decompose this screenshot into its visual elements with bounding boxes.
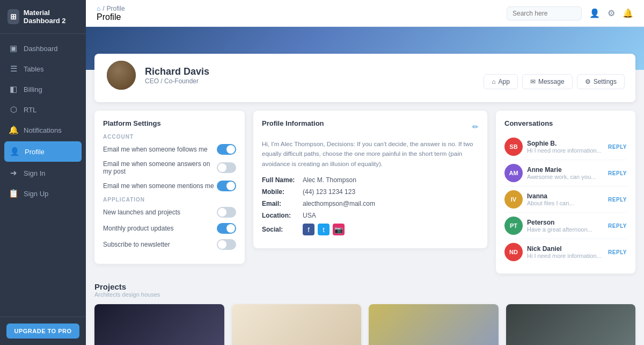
sidebar-item-billing[interactable]: ◧ Billing — [0, 79, 86, 99]
account-toggle-1[interactable] — [217, 162, 236, 173]
project-card-2[interactable]: Project #3 Minimalist — [369, 304, 499, 345]
content-area: Richard Davis CEO / Co-Founder ⌂ App ✉ M… — [86, 27, 644, 345]
gear-icon: ⚙ — [585, 78, 591, 85]
convo-body-0: Sophie B. Hi I need more information... — [527, 140, 604, 154]
convo-avatar-1: AM — [504, 164, 523, 182]
mobile-value: (44) 123 1234 123 — [303, 188, 355, 196]
app-toggle-1[interactable] — [217, 223, 236, 234]
social-row: Social: f t 📷 — [262, 224, 479, 235]
convo-msg-4: Hi I need more information... — [527, 253, 604, 259]
app-icon: ⌂ — [492, 78, 495, 85]
account-toggle-2[interactable] — [217, 181, 236, 191]
settings-icon[interactable]: ⚙ — [608, 8, 615, 18]
application-label: APPLICATION — [103, 197, 236, 203]
account-toggle-row-2: Email me when someone mentions me — [103, 181, 236, 191]
account-toggle-0[interactable] — [217, 144, 236, 155]
avatar-face — [107, 59, 136, 91]
message-button[interactable]: ✉ Message — [522, 74, 573, 89]
app-toggle-0[interactable] — [217, 207, 236, 218]
bio-text: Hi, I'm Alec Thompson, Decisions: If you… — [262, 139, 479, 169]
tables-icon: ☰ — [9, 64, 18, 74]
convo-avatar-0: SB — [504, 138, 523, 156]
profile-information-title: Profile Information — [262, 119, 324, 127]
project-image-2 — [369, 304, 499, 345]
project-card-0[interactable]: Project #2 Modern — [94, 304, 224, 345]
location-value: USA — [303, 212, 316, 219]
project-card-3[interactable]: Project #4 Gothic — [506, 304, 636, 345]
app-toggle-row-0: New launches and projects — [103, 207, 236, 218]
account-toggle-label-2: Email me when someone mentions me — [103, 182, 214, 190]
projects-title: Projects — [94, 282, 635, 291]
reply-button-4[interactable]: REPLY — [608, 249, 627, 255]
main-content: ⌂ / Profile Profile 👤 ⚙ 🔔 — [86, 0, 644, 345]
profile-icon: 👤 — [10, 147, 19, 156]
sidebar-item-tables[interactable]: ☰ Tables — [0, 59, 86, 79]
notification-icon[interactable]: 🔔 — [623, 8, 633, 18]
logo-icon: ⊞ — [8, 9, 19, 24]
account-toggle-label-0: Email me when someone follows me — [103, 146, 208, 153]
search-input[interactable] — [507, 6, 582, 20]
conversation-item-0: SB Sophie B. Hi I need more information.… — [504, 134, 627, 160]
user-icon[interactable]: 👤 — [589, 8, 600, 18]
twitter-icon[interactable]: t — [318, 224, 330, 235]
sidebar-item-notifications[interactable]: 🔔 Notifications — [0, 120, 86, 140]
profile-text: Richard Davis CEO / Co-Founder — [145, 66, 209, 85]
full-name-row: Full Name: Alec M. Thompson — [262, 176, 479, 184]
sidebar-item-signup[interactable]: 📋 Sign Up — [0, 183, 86, 204]
app-toggle-2[interactable] — [217, 239, 236, 250]
notifications-icon: 🔔 — [9, 125, 18, 135]
sidebar: ⊞ Material Dashboard 2 ▣ Dashboard☰ Tabl… — [0, 0, 86, 345]
location-label: Location: — [262, 212, 299, 219]
sidebar-label-rtl: RTL — [24, 106, 36, 114]
settings-label: Settings — [594, 78, 617, 85]
project-image-0 — [94, 304, 224, 345]
sidebar-logo: ⊞ Material Dashboard 2 — [0, 0, 86, 34]
instagram-icon[interactable]: 📷 — [333, 224, 345, 235]
app-toggle-row-1: Monthly product updates — [103, 223, 236, 234]
convo-name-2: Ivanna — [527, 192, 604, 200]
app-name: Material Dashboard 2 — [24, 9, 78, 25]
conversations-card: Conversations SB Sophie B. Hi I need mor… — [496, 111, 635, 274]
email-value: alecthompson@mail.com — [303, 200, 375, 207]
sidebar-item-profile[interactable]: 👤 Profile — [4, 141, 82, 162]
convo-body-4: Nick Daniel Hi I need more information..… — [527, 245, 604, 259]
sidebar-upgrade-section: UPGRADE TO PRO — [0, 317, 86, 345]
breadcrumb: ⌂ / Profile — [97, 5, 125, 12]
profile-information-card: Profile Information ✏ Hi, I'm Alec Thomp… — [253, 111, 487, 248]
convo-name-4: Nick Daniel — [527, 245, 604, 253]
platform-settings-card: Platform Settings ACCOUNT Email me when … — [94, 111, 245, 264]
reply-button-0[interactable]: REPLY — [608, 144, 627, 150]
profile-name: Richard Davis — [145, 66, 209, 77]
conversation-item-3: PT Peterson Have a great afternoon... RE… — [504, 213, 627, 239]
sidebar-item-dashboard[interactable]: ▣ Dashboard — [0, 38, 86, 59]
sidebar-item-signin[interactable]: ➜ Sign In — [0, 163, 86, 183]
billing-icon: ◧ — [9, 84, 18, 94]
account-toggle-row-1: Email me when someone answers on my post — [103, 160, 236, 175]
project-image-1 — [232, 304, 362, 345]
reply-button-3[interactable]: REPLY — [608, 223, 627, 229]
reply-button-2[interactable]: REPLY — [608, 197, 627, 203]
projects-subtitle: Architects design houses — [94, 291, 635, 298]
conversations-col: Conversations SB Sophie B. Hi I need mor… — [496, 111, 635, 274]
convo-name-0: Sophie B. — [527, 140, 604, 147]
sidebar-label-billing: Billing — [24, 85, 42, 94]
upgrade-button[interactable]: UPGRADE TO PRO — [6, 324, 79, 339]
facebook-icon[interactable]: f — [303, 224, 314, 235]
sidebar-item-rtl[interactable]: ⬡ RTL — [0, 99, 86, 120]
topbar-right: 👤 ⚙ 🔔 — [507, 6, 633, 20]
message-label: Message — [538, 78, 565, 85]
sidebar-label-signin: Sign In — [24, 169, 45, 177]
convo-msg-3: Have a great afternoon... — [527, 226, 604, 233]
email-label: Email: — [262, 200, 299, 207]
conversations-title: Conversations — [504, 119, 627, 127]
breadcrumb-home-icon[interactable]: ⌂ — [97, 5, 100, 12]
conversation-item-2: IV Ivanna About files I can... REPLY — [504, 186, 627, 213]
account-label: ACCOUNT — [103, 134, 236, 140]
edit-icon[interactable]: ✏ — [472, 123, 479, 131]
app-button[interactable]: ⌂ App — [484, 74, 518, 89]
reply-button-1[interactable]: REPLY — [608, 170, 627, 176]
settings-button[interactable]: ⚙ Settings — [577, 74, 625, 89]
project-card-1[interactable]: Project #1 Scandinavian — [232, 304, 362, 345]
sidebar-label-signup: Sign Up — [24, 190, 48, 198]
signup-icon: 📋 — [9, 189, 18, 198]
